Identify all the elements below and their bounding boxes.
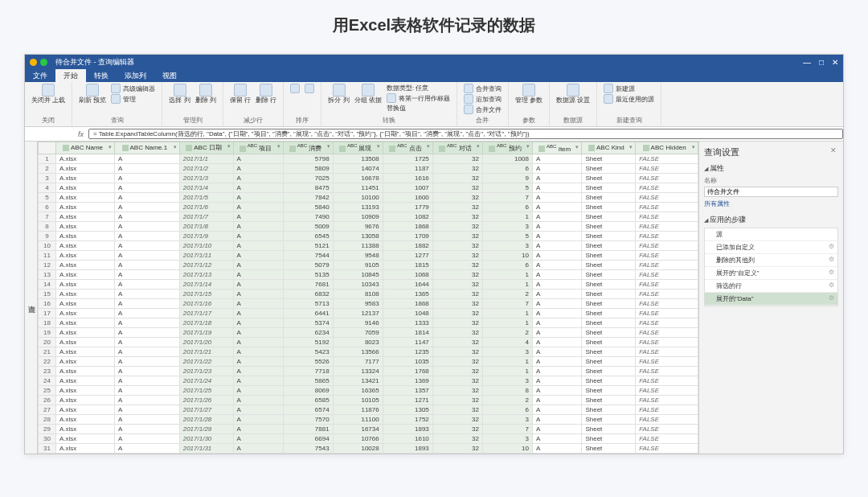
cell[interactable]: 11 (39, 250, 56, 260)
cell[interactable]: 32 (432, 453, 482, 454)
cell[interactable]: 1333 (383, 318, 432, 327)
first-row-header-button[interactable]: 将第一行用作标题 (387, 93, 450, 103)
cell[interactable]: FALSE (636, 327, 698, 337)
cell[interactable]: 1725 (383, 154, 432, 163)
cell[interactable]: 10343 (333, 279, 383, 289)
cell[interactable]: A.xlsx (56, 231, 115, 240)
cell[interactable]: A.xlsx (56, 337, 115, 347)
table-row[interactable]: 11A.xlsxA2017/1/11A7544954812773210AShee… (39, 250, 698, 260)
cell[interactable]: 13566 (333, 347, 383, 356)
cell[interactable]: FALSE (636, 221, 698, 231)
step-item[interactable]: 删除的其他列⚙ (705, 254, 837, 267)
cell[interactable]: 6 (482, 405, 532, 414)
cell[interactable]: Sheet (582, 308, 636, 318)
cell[interactable]: A (115, 298, 180, 308)
cell[interactable]: 7 (482, 424, 532, 433)
cell[interactable]: 1305 (383, 405, 432, 414)
cell[interactable]: A (233, 424, 283, 433)
cell[interactable]: FALSE (636, 192, 698, 202)
cell[interactable]: Sheet (582, 405, 636, 414)
cell[interactable]: A (233, 308, 283, 318)
cell[interactable]: 32 (432, 289, 482, 298)
cell[interactable]: 2017/1/19 (179, 327, 233, 337)
cell[interactable]: Sheet (582, 347, 636, 356)
cell[interactable]: 5713 (283, 298, 333, 308)
sort-desc-button[interactable] (305, 84, 314, 93)
cell[interactable]: A (233, 356, 283, 366)
cell[interactable]: A.xlsx (56, 289, 115, 298)
cell[interactable]: A (233, 240, 283, 250)
cell[interactable]: 2017/1/25 (179, 385, 233, 395)
cell[interactable]: A.xlsx (56, 240, 115, 250)
cell[interactable]: 2 (482, 327, 532, 337)
cell[interactable]: 2017/1/3 (179, 173, 233, 183)
cell[interactable]: A (532, 327, 582, 337)
cell[interactable]: 3 (482, 347, 532, 356)
cell[interactable]: 1600 (383, 192, 432, 202)
cell[interactable]: 32 (432, 202, 482, 212)
cell[interactable]: A.xlsx (56, 376, 115, 385)
cell[interactable]: A (115, 260, 180, 269)
choose-columns-button[interactable]: 选择 列 (169, 84, 190, 105)
cell[interactable]: 2 (39, 163, 56, 173)
cell[interactable]: 6832 (283, 289, 333, 298)
cell[interactable]: 12 (39, 260, 56, 269)
cell[interactable]: FALSE (636, 154, 698, 163)
table-row[interactable]: 9A.xlsxA2017/1/9A6545130581709325ASheetF… (39, 231, 698, 240)
cell[interactable]: 5865 (283, 376, 333, 385)
cell[interactable]: FALSE (636, 240, 698, 250)
cell[interactable]: A (115, 202, 180, 212)
cell[interactable]: 5526 (283, 356, 333, 366)
refresh-preview-button[interactable]: 刷新 预览 (79, 84, 106, 105)
cell[interactable]: 5 (482, 183, 532, 192)
data-type-dropdown[interactable]: 数据类型: 任意 (387, 84, 450, 92)
cell[interactable]: 32 (432, 154, 482, 163)
cell[interactable]: A (233, 173, 283, 183)
cell[interactable]: FALSE (636, 376, 698, 385)
table-row[interactable]: 22A.xlsxA2017/1/22A552671771035321ASheet… (39, 356, 698, 366)
cell[interactable]: 32 (432, 269, 482, 279)
cell[interactable]: Sheet (582, 154, 636, 163)
cell[interactable]: A (532, 289, 582, 298)
cell[interactable]: A (115, 337, 180, 347)
cell[interactable]: A (233, 202, 283, 212)
cell[interactable]: FALSE (636, 356, 698, 366)
cell[interactable]: A.xlsx (56, 202, 115, 212)
cell[interactable]: FALSE (636, 424, 698, 433)
table-row[interactable]: 13A.xlsxA2017/1/13A5135108451068321AShee… (39, 269, 698, 279)
cell[interactable]: FALSE (636, 385, 698, 395)
column-header[interactable]: ABC Name.1▾ (115, 142, 180, 154)
cell[interactable]: 4 (482, 337, 532, 347)
combine-files-button[interactable]: 合并文件 (464, 105, 502, 114)
cell[interactable]: 32 (432, 163, 482, 173)
step-item[interactable]: 已添加自定义⚙ (705, 241, 837, 254)
cell[interactable]: 1147 (383, 337, 432, 347)
cell[interactable]: 28 (39, 414, 56, 424)
recent-sources-button[interactable]: 最近使用的源 (604, 94, 654, 104)
cell[interactable]: A (115, 356, 180, 366)
gear-icon[interactable]: ⚙ (829, 256, 834, 263)
cell[interactable]: A.xlsx (56, 318, 115, 327)
cell[interactable]: A (233, 298, 283, 308)
cell[interactable]: 1 (482, 269, 532, 279)
new-source-button[interactable]: 新建源 (604, 84, 654, 93)
cell[interactable]: 3 (482, 433, 532, 443)
cell[interactable]: Sheet (582, 269, 636, 279)
table-row[interactable]: 16A.xlsxA2017/1/16A571395831868327ASheet… (39, 298, 698, 308)
cell[interactable]: 12137 (333, 308, 383, 318)
cell[interactable]: A (233, 279, 283, 289)
column-header[interactable]: ABC Kind▾ (582, 142, 636, 154)
cell[interactable]: 1709 (383, 231, 432, 240)
table-row[interactable]: 3A.xlsxA2017/1/3A7025166781616329ASheetF… (39, 173, 698, 183)
cell[interactable]: 2017/1/31 (179, 443, 233, 453)
cell[interactable]: 5374 (283, 318, 333, 327)
cell[interactable]: 2017/1/12 (179, 260, 233, 269)
column-header[interactable]: ABC Hidden▾ (636, 142, 698, 154)
table-row[interactable]: 18A.xlsxA2017/1/18A537491461333321ASheet… (39, 318, 698, 327)
cell[interactable]: 32 (432, 308, 482, 318)
cell[interactable]: A (115, 453, 180, 454)
cell[interactable]: 7842 (283, 192, 333, 202)
cell[interactable]: Sheet (582, 366, 636, 376)
data-source-settings-button[interactable]: 数据源 设置 (556, 84, 590, 105)
cell[interactable]: Sheet (582, 221, 636, 231)
